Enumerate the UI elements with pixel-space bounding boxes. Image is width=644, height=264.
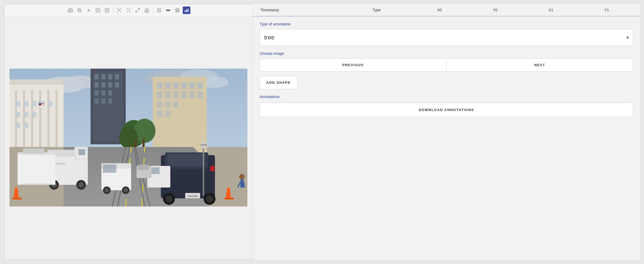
image-container: Tong's xyxy=(4,16,253,260)
svg-rect-27 xyxy=(166,10,170,11)
svg-rect-50 xyxy=(49,101,53,106)
svg-rect-52 xyxy=(24,112,28,117)
svg-rect-87 xyxy=(157,101,162,108)
zoom-in-icon[interactable] xyxy=(76,6,83,14)
crop-plus-icon[interactable] xyxy=(115,6,123,14)
svg-point-0 xyxy=(69,10,71,11)
svg-point-21 xyxy=(157,10,158,11)
svg-rect-82 xyxy=(165,92,170,98)
layers-icon[interactable] xyxy=(174,6,181,14)
svg-rect-62 xyxy=(108,74,112,79)
svg-rect-78 xyxy=(181,82,187,89)
svg-rect-88 xyxy=(165,101,170,108)
svg-rect-123 xyxy=(103,165,116,173)
image-toolbar xyxy=(4,4,253,16)
svg-point-136 xyxy=(206,195,213,202)
svg-rect-63 xyxy=(115,74,119,79)
minus-shape-icon[interactable] xyxy=(164,6,172,14)
svg-point-115 xyxy=(78,182,84,188)
svg-rect-151 xyxy=(240,179,244,188)
svg-rect-156 xyxy=(39,105,44,106)
svg-rect-76 xyxy=(165,82,170,89)
svg-rect-117 xyxy=(18,152,55,185)
points-icon[interactable] xyxy=(155,6,163,14)
svg-point-19 xyxy=(159,8,160,9)
svg-text:SPEED: SPEED xyxy=(200,144,207,146)
svg-rect-46 xyxy=(16,101,20,106)
toolbar-divider-1 xyxy=(113,8,113,13)
svg-point-22 xyxy=(159,10,160,11)
svg-rect-75 xyxy=(157,82,162,89)
chart-bar-icon[interactable] xyxy=(183,6,190,14)
annotation-type-dropdown-container: tree car building person road ▾ xyxy=(260,29,633,46)
home-icon[interactable] xyxy=(143,6,151,14)
svg-rect-30 xyxy=(186,9,187,12)
svg-rect-84 xyxy=(181,92,187,98)
svg-rect-83 xyxy=(173,92,178,98)
svg-point-127 xyxy=(124,188,128,192)
navigation-buttons: PREVIOUS NEXT xyxy=(260,58,633,72)
svg-rect-119 xyxy=(20,183,53,185)
choose-image-label[interactable]: Choose image xyxy=(260,51,633,56)
svg-point-18 xyxy=(157,8,158,9)
svg-rect-96 xyxy=(142,139,145,147)
annotations-table-header: Timestamp Type X0 Y0 X1 Y1 xyxy=(253,4,640,16)
svg-rect-55 xyxy=(24,123,28,128)
svg-point-150 xyxy=(239,174,245,179)
svg-rect-91 xyxy=(165,111,170,117)
annotation-controls: Type of annotation tree car building per… xyxy=(253,16,640,260)
add-icon[interactable] xyxy=(85,6,92,14)
svg-rect-80 xyxy=(197,82,203,89)
svg-rect-120 xyxy=(23,148,45,154)
add-shape-button[interactable]: ADD SHAPE xyxy=(260,76,297,89)
svg-rect-130 xyxy=(168,154,205,166)
svg-text:7XNV555: 7XNV555 xyxy=(187,195,198,198)
svg-rect-144 xyxy=(12,198,22,199)
svg-rect-157 xyxy=(39,103,41,105)
svg-line-16 xyxy=(138,8,140,10)
next-button[interactable]: NEXT xyxy=(447,58,633,72)
svg-rect-47 xyxy=(24,101,28,106)
image-viewer-panel: Tong's xyxy=(4,4,253,260)
svg-rect-71 xyxy=(95,98,99,104)
svg-rect-77 xyxy=(173,82,178,89)
svg-rect-29 xyxy=(185,10,185,12)
svg-rect-65 xyxy=(101,82,105,88)
fit-view-icon[interactable] xyxy=(134,6,141,14)
svg-rect-146 xyxy=(224,198,234,199)
annotations-section-label[interactable]: Annotations xyxy=(260,95,633,99)
svg-rect-85 xyxy=(189,92,195,98)
svg-rect-147 xyxy=(203,142,204,196)
crop-minus-icon[interactable] xyxy=(125,6,132,14)
type-of-annotation-label[interactable]: Type of annotation xyxy=(260,22,633,26)
box-add-icon[interactable] xyxy=(94,6,102,14)
svg-rect-79 xyxy=(189,82,195,89)
svg-text:DIAMOND: DIAMOND xyxy=(54,162,65,165)
previous-button[interactable]: PREVIOUS xyxy=(260,58,447,72)
svg-point-20 xyxy=(160,8,161,9)
street-scene-image[interactable]: Tong's xyxy=(9,69,247,206)
svg-rect-69 xyxy=(101,90,105,96)
svg-rect-89 xyxy=(173,101,178,108)
svg-point-125 xyxy=(105,188,109,192)
svg-point-23 xyxy=(160,10,161,11)
svg-rect-158 xyxy=(39,101,39,106)
svg-line-2 xyxy=(80,11,81,12)
svg-marker-28 xyxy=(175,8,180,11)
svg-rect-111 xyxy=(78,149,85,155)
svg-rect-73 xyxy=(108,98,112,104)
svg-rect-54 xyxy=(16,123,20,128)
camera-icon[interactable] xyxy=(67,6,74,14)
svg-rect-70 xyxy=(108,90,112,96)
svg-rect-132 xyxy=(210,166,214,171)
svg-rect-39 xyxy=(9,79,64,85)
download-annotations-button[interactable]: DOWNLOAD ANNOTATIONS xyxy=(260,103,633,117)
box-remove-icon[interactable] xyxy=(103,6,111,14)
col-timestamp: Timestamp xyxy=(258,4,342,16)
svg-point-26 xyxy=(160,11,161,12)
svg-rect-68 xyxy=(95,90,99,96)
col-type: Type xyxy=(342,4,411,16)
annotation-type-select[interactable]: tree car building person road xyxy=(260,29,633,46)
svg-rect-59 xyxy=(93,71,123,142)
svg-point-134 xyxy=(165,195,172,202)
